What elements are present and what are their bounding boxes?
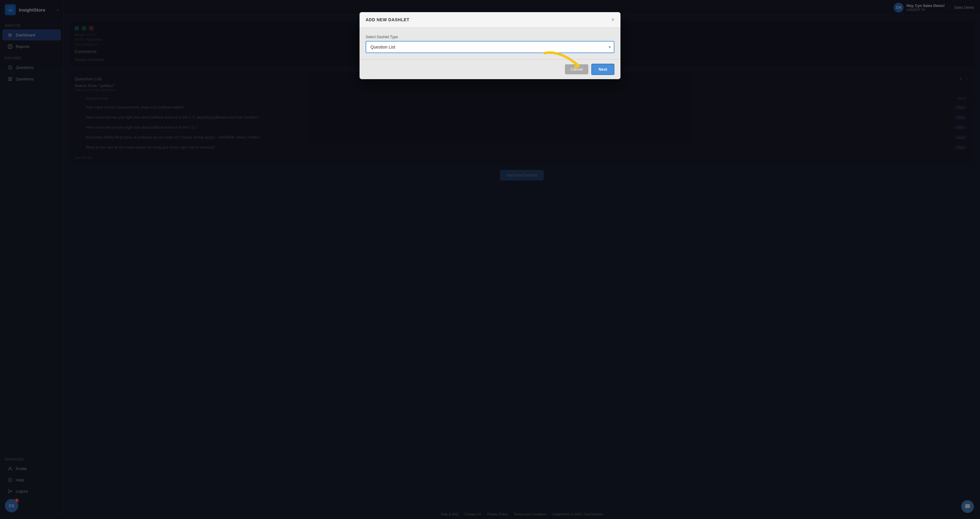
dashlet-type-select[interactable]: Question List Chart Table Text Block Fil… [366, 41, 614, 53]
modal-overlay: ADD NEW DASHLET × Select Dashlet Type Qu… [0, 0, 980, 519]
dashlet-type-select-wrap: Question List Chart Table Text Block Fil… [366, 41, 614, 53]
modal-body: Select Dashlet Type Question List Chart … [360, 28, 620, 59]
cancel-button[interactable]: Cancel [565, 64, 588, 74]
modal-header: ADD NEW DASHLET × [360, 12, 620, 28]
next-button[interactable]: Next [591, 64, 614, 75]
modal-title: ADD NEW DASHLET [366, 17, 409, 22]
modal-footer: Cancel Next [360, 59, 620, 79]
add-dashlet-modal: ADD NEW DASHLET × Select Dashlet Type Qu… [360, 12, 620, 79]
modal-close-button[interactable]: × [611, 17, 614, 22]
select-type-label: Select Dashlet Type [366, 35, 614, 39]
